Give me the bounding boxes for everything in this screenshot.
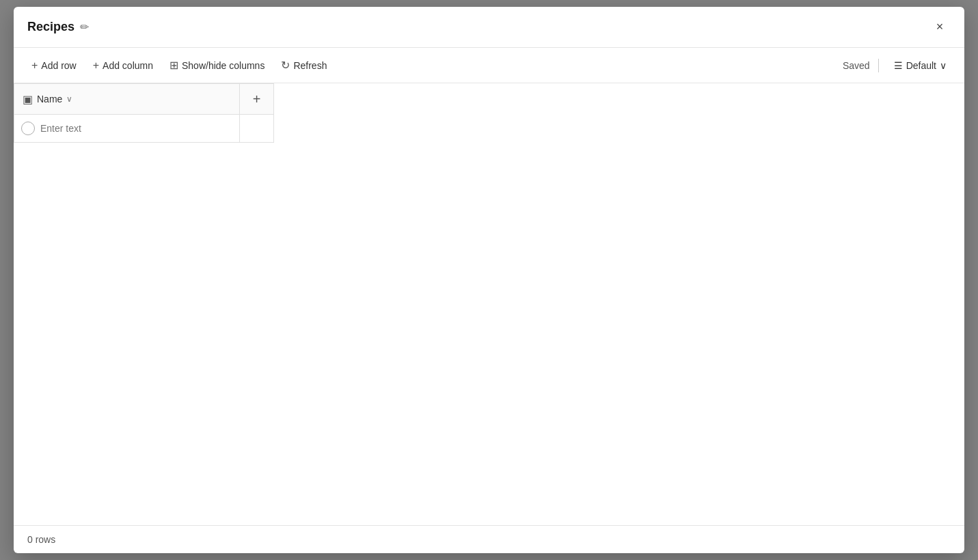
chevron-down-icon: ∨ xyxy=(940,60,947,71)
name-cell[interactable] xyxy=(14,115,240,143)
table-header-row: ▣ Name ∨ + xyxy=(14,84,274,115)
dialog-header: Recipes ✏ × xyxy=(14,7,964,48)
table-container: ▣ Name ∨ + xyxy=(14,83,964,525)
toolbar-divider xyxy=(878,59,879,72)
add-column-header[interactable]: + xyxy=(240,84,274,115)
show-hide-icon: ⊞ xyxy=(169,59,178,72)
edit-title-icon[interactable]: ✏ xyxy=(80,20,89,33)
close-button[interactable]: × xyxy=(929,16,951,38)
name-col-chevron-icon: ∨ xyxy=(66,94,72,104)
data-table: ▣ Name ∨ + xyxy=(14,83,274,143)
toolbar: + Add row + Add column ⊞ Show/hide colum… xyxy=(14,48,964,83)
add-column-header-button[interactable]: + xyxy=(240,84,273,114)
add-row-label: Add row xyxy=(41,60,76,71)
add-row-icon: + xyxy=(31,59,38,72)
name-input[interactable] xyxy=(40,123,232,134)
table-row xyxy=(14,115,274,143)
name-column-header[interactable]: ▣ Name ∨ xyxy=(14,84,240,115)
refresh-button[interactable]: ↻ Refresh xyxy=(274,55,334,76)
dialog-title: Recipes xyxy=(27,20,74,34)
saved-status: Saved xyxy=(843,60,870,71)
show-hide-label: Show/hide columns xyxy=(182,60,264,71)
show-hide-columns-button[interactable]: ⊞ Show/hide columns xyxy=(163,55,271,76)
dialog-body: ▣ Name ∨ + xyxy=(14,83,964,525)
add-column-icon: + xyxy=(93,59,99,72)
close-icon: × xyxy=(936,20,944,34)
name-col-icon: ▣ xyxy=(23,93,33,106)
add-row-button[interactable]: + Add row xyxy=(25,55,83,76)
add-column-label: Add column xyxy=(103,60,153,71)
refresh-icon: ↻ xyxy=(281,59,290,72)
add-column-button[interactable]: + Add column xyxy=(86,55,160,76)
row-select-circle[interactable] xyxy=(21,122,35,135)
toolbar-right: Saved ☰ Default ∨ xyxy=(843,56,953,75)
row-cell-content xyxy=(14,115,239,142)
view-selector-button[interactable]: ☰ Default ∨ xyxy=(887,56,953,75)
name-col-text: Name xyxy=(37,94,62,104)
recipes-dialog: Recipes ✏ × + Add row + Add column ⊞ Sho… xyxy=(14,7,964,553)
add-column-cell xyxy=(240,115,274,143)
view-label: Default xyxy=(906,60,936,71)
refresh-label: Refresh xyxy=(293,60,327,71)
list-view-icon: ☰ xyxy=(894,60,903,71)
dialog-footer: 0 rows xyxy=(14,525,964,553)
rows-count: 0 rows xyxy=(27,534,55,545)
dialog-title-area: Recipes ✏ xyxy=(27,20,89,34)
